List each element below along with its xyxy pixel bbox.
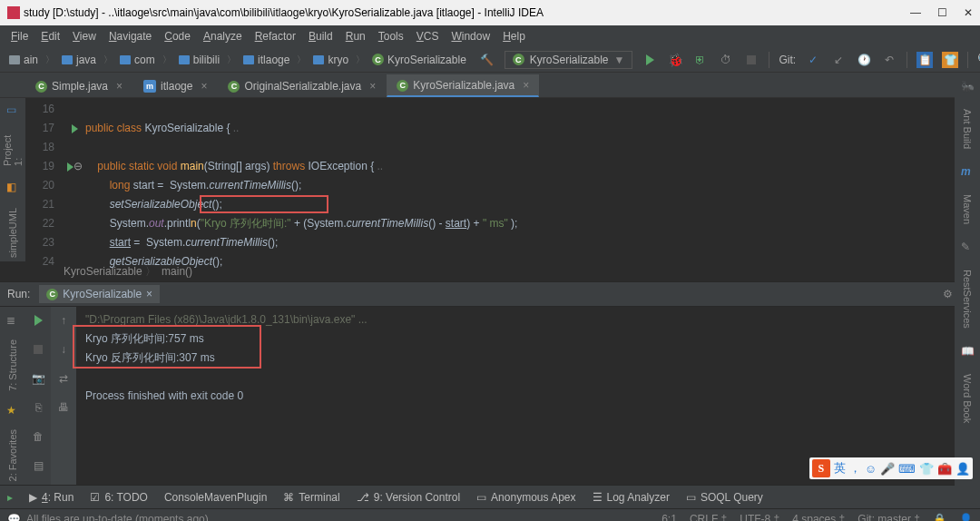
caret-position[interactable]: 6:1: [662, 513, 677, 522]
ime-mic-icon[interactable]: 🎤: [880, 462, 895, 476]
maven-label[interactable]: Maven: [962, 191, 973, 228]
breadcrumb-itlaoge[interactable]: itlaoge: [240, 54, 309, 66]
menu-window[interactable]: Window: [446, 28, 495, 44]
menu-run[interactable]: Run: [340, 28, 371, 44]
menu-code[interactable]: Code: [159, 28, 196, 44]
ime-lang[interactable]: 英: [834, 460, 846, 477]
line-content[interactable]: public static void main(String[] args) t…: [85, 157, 980, 176]
menu-file[interactable]: File: [5, 28, 34, 44]
stop-button[interactable]: [743, 52, 760, 68]
simpleuml-label[interactable]: simpleUML: [7, 204, 18, 261]
down-icon[interactable]: ↓: [55, 341, 72, 358]
coverage-button[interactable]: ⛨: [692, 52, 709, 68]
ime-toolbar[interactable]: S 英 ， ☺ 🎤 ⌨ 👕 🧰 👤: [809, 457, 973, 479]
bottom-tool-log-analyzer[interactable]: ☰Log Analyzer: [593, 491, 670, 504]
menu-help[interactable]: Help: [497, 28, 531, 44]
run-config-selector[interactable]: C KyroSerializable ▼: [505, 51, 633, 69]
bottom-tool-4--run[interactable]: ▶4: Run: [29, 491, 74, 504]
line-content[interactable]: [85, 138, 980, 157]
ime-punct-icon[interactable]: ，: [849, 460, 861, 477]
gutter-run-icon[interactable]: [67, 162, 74, 172]
ime-keyboard-icon[interactable]: ⌨: [898, 462, 916, 476]
simpleuml-icon[interactable]: ◧: [6, 181, 19, 193]
ime-emoji-icon[interactable]: ☺: [865, 462, 877, 476]
git-revert-icon[interactable]: ↶: [881, 52, 897, 68]
wordbook-label[interactable]: Word Book: [962, 370, 973, 427]
menu-analyze[interactable]: Analyze: [198, 28, 248, 44]
wrap-icon[interactable]: ⇄: [55, 370, 72, 387]
fold-icon[interactable]: ⊖: [74, 157, 83, 176]
minimize-button[interactable]: —: [910, 6, 921, 19]
breadcrumb-kryo[interactable]: kryo: [309, 54, 368, 66]
code-line-18[interactable]: 18: [25, 138, 980, 157]
gear-icon[interactable]: ⚙: [943, 288, 953, 300]
maven-icon[interactable]: m: [961, 165, 974, 178]
close-icon[interactable]: ×: [369, 80, 376, 93]
line-content[interactable]: public class KyroSerializable { ..: [85, 119, 980, 138]
bottom-tool-soql-query[interactable]: ▭SOQL Query: [686, 491, 763, 504]
code-line-24[interactable]: 24 getSerializableObject();: [25, 252, 980, 271]
run-button[interactable]: [642, 52, 658, 68]
close-button[interactable]: ✕: [964, 6, 973, 19]
close-icon[interactable]: ×: [201, 80, 207, 93]
project-tool-label[interactable]: 1: Project: [2, 127, 24, 170]
lock-icon[interactable]: 🔒: [933, 513, 946, 522]
breadcrumb-KyroSerializable[interactable]: CKyroSerializable: [368, 54, 477, 66]
toolbar-icon-b[interactable]: 👕: [942, 52, 958, 68]
line-content[interactable]: long start = System.currentTimeMillis();: [85, 176, 980, 195]
gutter-run-icon[interactable]: [72, 124, 78, 133]
favorites-tool-icon[interactable]: ★: [6, 404, 19, 417]
code-line-23[interactable]: 23 start = System.currentTimeMillis();: [25, 233, 980, 252]
code-line-17[interactable]: 17public class KyroSerializable { ..: [25, 119, 980, 138]
code-line-22[interactable]: 22 System.out.println("Kryo 序列化时间:" + (S…: [25, 214, 980, 233]
up-icon[interactable]: ↑: [55, 312, 72, 329]
profile-button[interactable]: ⏱: [718, 52, 734, 68]
menu-tools[interactable]: Tools: [373, 28, 409, 44]
print-icon[interactable]: 🖶: [55, 399, 72, 416]
line-content[interactable]: [85, 100, 980, 119]
close-icon[interactable]: ×: [146, 288, 152, 300]
structure-label[interactable]: 7: Structure: [7, 339, 18, 391]
tab-Simple-java[interactable]: CSimple.java×: [25, 75, 132, 97]
breadcrumb-bilibili[interactable]: bilibili: [175, 54, 240, 66]
bottom-tool-9--version-control[interactable]: ⎇9: Version Control: [357, 491, 460, 504]
breadcrumb-com[interactable]: com: [116, 54, 175, 66]
camera-icon[interactable]: 📷: [30, 370, 46, 387]
code-line-20[interactable]: 20 long start = System.currentTimeMillis…: [25, 176, 980, 195]
ime-user-icon[interactable]: 👤: [956, 462, 970, 476]
git-update-icon[interactable]: ✓: [805, 52, 821, 68]
code-line-19[interactable]: 19⊖ public static void main(String[] arg…: [25, 157, 980, 176]
line-content[interactable]: start = System.currentTimeMillis();: [85, 233, 980, 252]
layout-icon[interactable]: ▤: [30, 457, 46, 474]
ime-toolbox-icon[interactable]: 🧰: [937, 462, 952, 476]
ime-logo-icon[interactable]: S: [812, 459, 830, 477]
git-commit-icon[interactable]: ↙: [830, 52, 847, 68]
menu-view[interactable]: View: [67, 28, 102, 44]
line-content[interactable]: System.out.println("Kryo 序列化时间:" + (Syst…: [85, 214, 980, 233]
code-line-21[interactable]: 21 setSerializableObject();: [25, 195, 980, 214]
menu-build[interactable]: Build: [303, 28, 338, 44]
stop-run-button[interactable]: [30, 341, 46, 358]
git-history-icon[interactable]: 🕐: [856, 52, 872, 68]
structure-tool-icon[interactable]: ≣: [6, 314, 19, 327]
git-branch[interactable]: Git: master: [858, 513, 911, 522]
run-tab[interactable]: C KyroSerializable ×: [39, 285, 160, 303]
indent-setting[interactable]: 4 spaces: [792, 513, 836, 522]
bottom-tool-6--todo[interactable]: ☑6: TODO: [90, 491, 148, 504]
line-content[interactable]: getSerializableObject();: [85, 252, 980, 271]
trash-icon[interactable]: 🗑: [30, 428, 46, 445]
breadcrumb-java[interactable]: java: [58, 54, 116, 66]
debug-button[interactable]: 🐞: [667, 52, 683, 68]
project-tool-icon[interactable]: ▭: [6, 103, 19, 116]
bottom-tool-terminal[interactable]: ⌘Terminal: [283, 491, 339, 504]
ime-skin-icon[interactable]: 👕: [919, 462, 934, 476]
tab-KyroSerializable-java[interactable]: CKyroSerializable.java×: [387, 74, 539, 97]
bottom-tool-consolemavenplugin[interactable]: ConsoleMavenPlugin: [164, 491, 267, 504]
toolbar-icon-a[interactable]: 📋: [916, 52, 933, 68]
close-icon[interactable]: ×: [523, 79, 529, 92]
rest-label[interactable]: RestServices: [962, 266, 973, 332]
menu-navigate[interactable]: Navigate: [103, 28, 157, 44]
menu-refactor[interactable]: Refactor: [250, 28, 301, 44]
ant-label[interactable]: Ant Build: [962, 105, 973, 152]
ant-icon[interactable]: 🐜: [961, 80, 974, 93]
